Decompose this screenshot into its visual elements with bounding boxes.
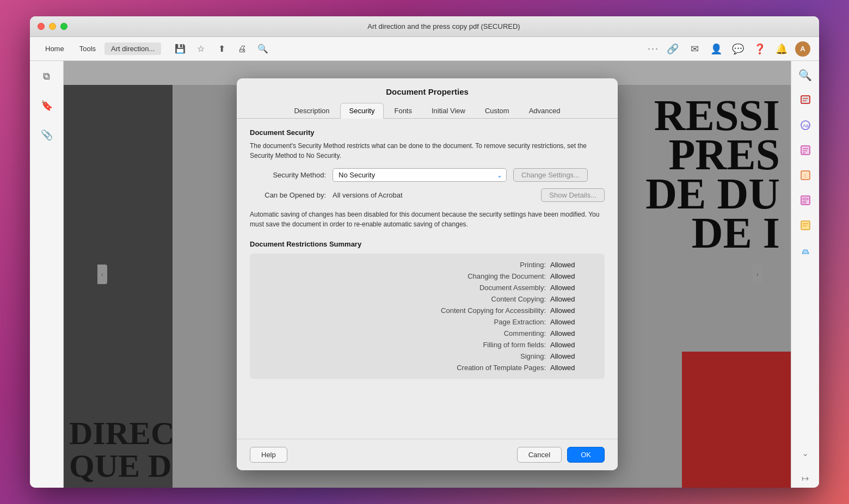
restriction-value: Allowed: [550, 329, 594, 337]
bookmark-sidebar-icon[interactable]: 🔖: [37, 96, 57, 115]
print-icon[interactable]: 🖨: [234, 41, 250, 57]
show-details-button[interactable]: Show Details...: [541, 188, 605, 202]
chat-icon[interactable]: 💬: [730, 41, 746, 57]
tab-description[interactable]: Description: [285, 103, 339, 119]
restriction-row: Commenting:Allowed: [250, 328, 594, 339]
exit-icon[interactable]: ↦: [796, 468, 815, 488]
restriction-value: Allowed: [550, 295, 594, 303]
right-sidebar: 🔍 Aa ↕ ⌄ ↦: [791, 61, 819, 488]
security-method-row: Security Method: No Security ⌄ Change Se…: [250, 168, 605, 182]
change-settings-button[interactable]: Change Settings...: [513, 168, 588, 182]
app-body: ⧉ 🔖 📎 DIRECQUE D RESSIPRESDE DUDE I ‹ ›: [30, 61, 819, 488]
restriction-label: Changing the Document:: [404, 272, 546, 280]
svg-rect-14: [801, 221, 810, 230]
help-button[interactable]: Help: [250, 447, 287, 463]
search-icon[interactable]: 🔍: [255, 41, 271, 57]
user-avatar[interactable]: A: [795, 41, 810, 57]
minimize-button[interactable]: [49, 23, 56, 30]
restriction-label: Content Copying for Accessibility:: [404, 306, 546, 315]
tab-custom[interactable]: Custom: [476, 103, 519, 119]
svg-rect-11: [801, 196, 810, 205]
svg-rect-0: [801, 96, 810, 103]
dialog-title-bar: Document Properties: [237, 78, 618, 103]
title-bar: Art direction and the press copy pdf (SE…: [30, 16, 819, 37]
add-user-icon[interactable]: 👤: [708, 41, 724, 57]
restriction-value: Allowed: [550, 341, 594, 349]
highlight-icon[interactable]: [796, 241, 815, 260]
sticky-note-icon[interactable]: [796, 216, 815, 235]
restriction-row: Signing:Allowed: [250, 351, 594, 362]
tab-advanced[interactable]: Advanced: [520, 103, 570, 119]
expand-icon[interactable]: ⌄: [796, 443, 815, 463]
autosave-notice: Automatic saving of changes has been dis…: [250, 210, 605, 229]
pages-icon[interactable]: ⧉: [37, 66, 57, 86]
restriction-row: Creation of Template Pages:Allowed: [250, 362, 594, 373]
mail-icon[interactable]: ✉: [686, 41, 703, 57]
can-be-opened-row: Can be Opened by: All versions of Acroba…: [250, 188, 605, 202]
maximize-button[interactable]: [60, 23, 67, 30]
restrictions-title: Document Restrictions Summary: [250, 240, 605, 248]
restriction-label: Content Copying:: [404, 295, 546, 303]
upload-icon[interactable]: ⬆: [213, 41, 230, 57]
more-options-icon[interactable]: ···: [648, 43, 659, 54]
translate-icon[interactable]: Aa: [796, 115, 815, 135]
nav-tools[interactable]: Tools: [73, 42, 102, 55]
window-title: Art direction and the press copy pdf (SE…: [76, 22, 811, 30]
share-icon[interactable]: 🔗: [665, 41, 681, 57]
edit-pdf-icon[interactable]: [796, 90, 815, 110]
ok-button[interactable]: OK: [567, 447, 605, 463]
app-toolbar: Home Tools Art direction... 💾 ☆ ⬆ 🖨 🔍 ··…: [30, 37, 819, 61]
attachment-icon[interactable]: 📎: [37, 125, 57, 145]
close-button[interactable]: [38, 23, 45, 30]
tab-fonts[interactable]: Fonts: [385, 103, 421, 119]
form-icon[interactable]: [796, 190, 815, 210]
restriction-value: Allowed: [550, 306, 594, 315]
restriction-label: Signing:: [404, 352, 546, 360]
footer-right: Cancel OK: [517, 447, 605, 463]
restriction-label: Page Extraction:: [404, 318, 546, 326]
security-method-select[interactable]: No Security: [333, 168, 507, 182]
restriction-row: Changing the Document:Allowed: [250, 271, 594, 282]
summarize-icon[interactable]: [796, 140, 815, 160]
security-method-label: Security Method:: [250, 171, 326, 179]
help-icon[interactable]: ❓: [752, 41, 768, 57]
can-be-opened-label: Can be Opened by:: [250, 191, 326, 199]
save-icon[interactable]: 💾: [172, 41, 188, 57]
restriction-row: Page Extraction:Allowed: [250, 316, 594, 328]
restriction-value: Allowed: [550, 364, 594, 372]
compress-icon[interactable]: ↕: [796, 165, 815, 185]
restriction-value: Allowed: [550, 352, 594, 360]
zoom-in-icon[interactable]: 🔍: [796, 65, 815, 85]
tab-security[interactable]: Security: [340, 103, 384, 119]
restriction-value: Allowed: [550, 272, 594, 280]
left-sidebar: ⧉ 🔖 📎: [30, 61, 64, 488]
svg-text:↕: ↕: [804, 173, 807, 179]
cancel-button[interactable]: Cancel: [517, 447, 562, 463]
restriction-row: Content Copying:Allowed: [250, 293, 594, 305]
tab-initial-view[interactable]: Initial View: [422, 103, 475, 119]
dialog-footer: Help Cancel OK: [237, 439, 618, 470]
notification-icon[interactable]: 🔔: [773, 41, 790, 57]
restriction-label: Filling of form fields:: [404, 341, 546, 349]
restrictions-table: Printing:AllowedChanging the Document:Al…: [250, 254, 605, 379]
nav-document[interactable]: Art direction...: [104, 42, 161, 55]
restriction-row: Content Copying for Accessibility:Allowe…: [250, 305, 594, 316]
svg-text:Aa: Aa: [803, 123, 809, 128]
restriction-value: Allowed: [550, 318, 594, 326]
document-security-title: Document Security: [250, 128, 605, 137]
restriction-row: Document Assembly:Allowed: [250, 282, 594, 293]
toolbar-nav: Home Tools Art direction...: [39, 42, 161, 55]
restriction-label: Document Assembly:: [404, 284, 546, 292]
restriction-value: Allowed: [550, 261, 594, 269]
bookmark-icon[interactable]: ☆: [193, 41, 209, 57]
dialog-tabs: Description Security Fonts Initial View …: [237, 103, 618, 119]
content-area: DIRECQUE D RESSIPRESDE DUDE I ‹ › Docume…: [64, 61, 791, 488]
security-method-select-wrapper: No Security ⌄: [333, 168, 507, 182]
dialog-title: Document Properties: [248, 87, 607, 96]
dialog-overlay: Document Properties Description Security…: [64, 61, 791, 488]
can-be-opened-value: All versions of Acrobat: [333, 191, 534, 199]
toolbar-icons: 💾 ☆ ⬆ 🖨 🔍: [172, 41, 271, 57]
restriction-label: Commenting:: [404, 329, 546, 337]
traffic-lights: [38, 23, 67, 30]
nav-home[interactable]: Home: [39, 42, 71, 55]
